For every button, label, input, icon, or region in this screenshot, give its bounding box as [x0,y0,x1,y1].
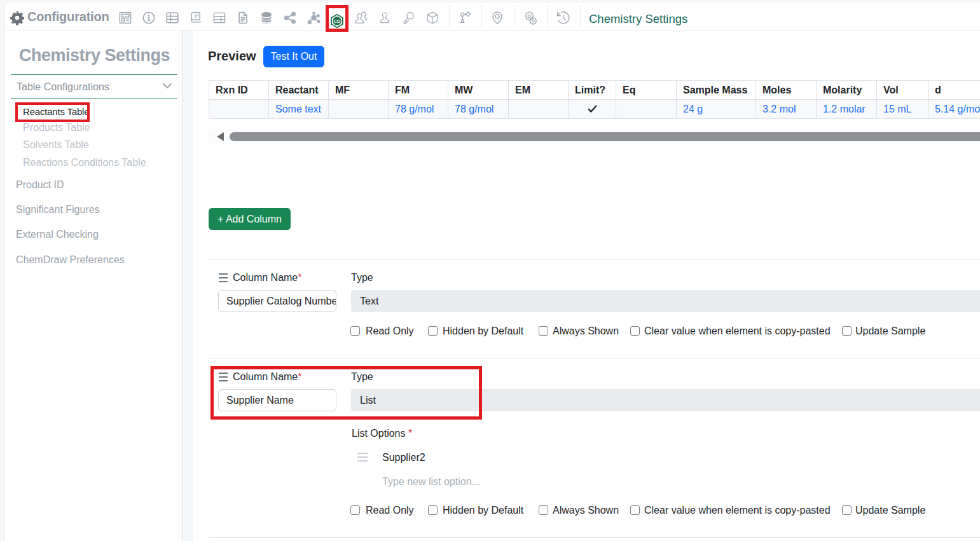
svg-text:CD: CD [334,18,341,24]
